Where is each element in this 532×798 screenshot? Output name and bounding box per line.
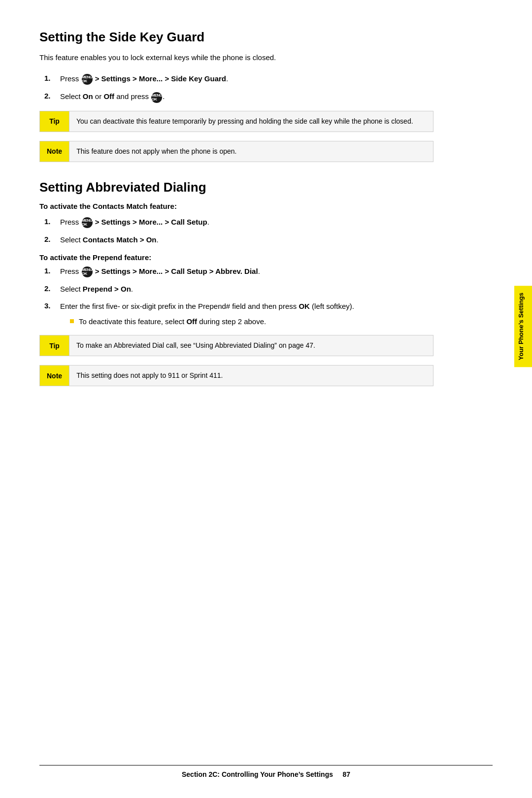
footer-bar: Section 2C: Controlling Your Phone’s Set… xyxy=(39,765,493,778)
section-title-side-key-guard: Setting the Side Key Guard xyxy=(39,30,433,45)
subsection-title-contacts-match: To activate the Contacts Match feature: xyxy=(39,202,433,210)
step-text: Select Contacts Match > On. xyxy=(60,234,433,245)
tip-label: Tip xyxy=(40,335,69,356)
section-intro-side-key-guard: This feature enables you to lock externa… xyxy=(39,52,433,63)
contacts-match-steps: 1. Press MENUOK > Settings > More... > C… xyxy=(39,216,433,245)
step-number: 1. xyxy=(44,266,60,277)
menu-icon: MENUOK xyxy=(82,217,93,228)
prepend-steps: 1. Press MENUOK > Settings > More... > C… xyxy=(39,266,433,327)
step-text: Press MENUOK > Settings > More... > Call… xyxy=(60,266,433,277)
sub-bullet-item: To deactivate this feature, select Off d… xyxy=(70,316,433,328)
step-text: Press MENUOK > Settings > More... > Side… xyxy=(60,73,433,85)
section-title-abbreviated-dialing: Setting Abbreviated Dialing xyxy=(39,180,433,195)
note-box-abbreviated-dialing: Note This setting does not apply to 911 … xyxy=(39,365,433,386)
step-text: Enter the first five- or six-digit prefi… xyxy=(60,300,433,327)
side-tab: Your Phone’s Settings xyxy=(514,286,532,367)
step-text: Select Prepend > On. xyxy=(60,283,433,295)
step-text: Press MENUOK > Settings > More... > Call… xyxy=(60,216,433,228)
note-label: Note xyxy=(40,366,69,386)
step-number: 2. xyxy=(44,234,60,245)
step-item: 3. Enter the first five- or six-digit pr… xyxy=(44,300,433,327)
footer-page: 87 xyxy=(342,770,350,778)
step-number: 2. xyxy=(44,283,60,295)
note-box-side-key-guard: Note This feature does not apply when th… xyxy=(39,141,433,162)
note-content: This feature does not apply when the pho… xyxy=(69,141,433,162)
note-label: Note xyxy=(40,141,69,162)
tip-box-side-key-guard: Tip You can deactivate this feature temp… xyxy=(39,111,433,132)
step-item: 2. Select Contacts Match > On. xyxy=(44,234,433,245)
tip-box-abbreviated-dialing: Tip To make an Abbreviated Dial call, se… xyxy=(39,335,433,356)
side-key-guard-steps: 1. Press MENUOK > Settings > More... > S… xyxy=(39,73,433,102)
sub-bullet-list: To deactivate this feature, select Off d… xyxy=(60,316,433,328)
step-item: 2. Select On or Off and press MENUOK. xyxy=(44,91,433,102)
step-text: Select On or Off and press MENUOK. xyxy=(60,91,433,102)
sub-bullet-text: To deactivate this feature, select Off d… xyxy=(79,316,266,328)
step-item: 1. Press MENUOK > Settings > More... > C… xyxy=(44,266,433,277)
step-number: 2. xyxy=(44,91,60,102)
subsection-title-prepend: To activate the Prepend feature: xyxy=(39,253,433,262)
step-item: 1. Press MENUOK > Settings > More... > S… xyxy=(44,73,433,85)
step-number: 1. xyxy=(44,73,60,84)
bullet-square-icon xyxy=(70,319,74,323)
note-content: This setting does not apply to 911 or Sp… xyxy=(69,366,433,386)
menu-icon: MENUOK xyxy=(151,92,162,103)
footer-section: Section 2C: Controlling Your Phone’s Set… xyxy=(182,770,333,778)
step-number: 3. xyxy=(44,300,60,312)
menu-icon: MENUOK xyxy=(82,266,93,277)
tip-content: You can deactivate this feature temporar… xyxy=(69,111,433,132)
step-number: 1. xyxy=(44,216,60,228)
menu-icon: MENUOK xyxy=(82,74,93,85)
tip-content: To make an Abbreviated Dial call, see “U… xyxy=(69,335,433,356)
step-item: 2. Select Prepend > On. xyxy=(44,283,433,295)
tip-label: Tip xyxy=(40,111,69,132)
step-item: 1. Press MENUOK > Settings > More... > C… xyxy=(44,216,433,228)
